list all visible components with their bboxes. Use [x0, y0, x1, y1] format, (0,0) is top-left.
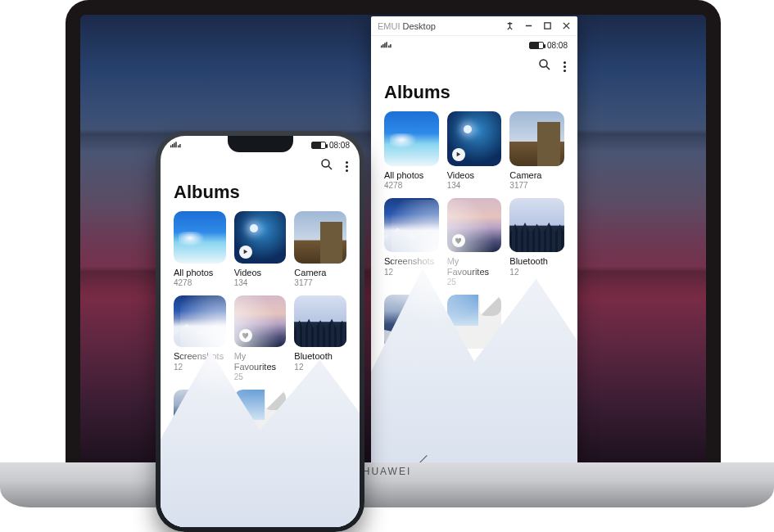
battery-icon	[311, 142, 326, 149]
page-title: Albums	[161, 178, 360, 211]
page-title: Albums	[371, 79, 577, 111]
album-thumb[interactable]	[447, 111, 502, 166]
album-label: Camera	[509, 170, 564, 180]
album-thumb[interactable]	[294, 211, 346, 264]
album-item[interactable]: All photos4278	[174, 211, 226, 287]
album-item[interactable]: Videos134	[447, 111, 502, 190]
top-actions	[371, 54, 577, 79]
album-count: 4278	[174, 278, 226, 287]
album-item[interactable]: Camera3177	[509, 111, 564, 190]
clock: 08:08	[547, 41, 568, 50]
svg-rect-0	[545, 23, 550, 29]
emui-desktop-window: EMUI Desktop 08:08	[371, 16, 577, 473]
album-thumb[interactable]	[509, 198, 564, 253]
pin-icon[interactable]	[505, 21, 514, 30]
album-label: Camera	[294, 268, 346, 277]
album-item[interactable]: Camera3177	[294, 211, 346, 287]
minimize-button[interactable]	[524, 21, 533, 30]
album-thumb[interactable]	[234, 211, 287, 264]
album-label: Bluetooth	[294, 351, 346, 361]
play-badge-icon	[452, 148, 465, 161]
album-count: 134	[234, 278, 287, 287]
svg-point-1	[540, 60, 547, 67]
signal-icon	[170, 140, 182, 150]
album-count: 4278	[384, 181, 439, 190]
search-icon[interactable]	[319, 157, 334, 175]
clock: 08:08	[329, 141, 350, 150]
album-label: All photos	[174, 268, 226, 277]
content-scroll: All photos4278Videos134Camera3177Screens…	[371, 111, 577, 411]
svg-point-8	[322, 160, 329, 167]
content-scroll: All photos4278Videos134Camera3177Screens…	[161, 211, 360, 488]
stage: EMUI Desktop 08:08	[0, 0, 774, 532]
top-actions	[161, 154, 360, 178]
album-thumb[interactable]	[509, 111, 564, 166]
album-count: 3177	[294, 278, 346, 287]
album-label: Bluetooth	[509, 256, 564, 266]
album-item[interactable]: Videos134	[234, 211, 287, 287]
battery-icon	[529, 42, 544, 49]
more-icon[interactable]	[564, 61, 566, 72]
laptop-base: HUAWEI	[0, 462, 774, 507]
album-thumb[interactable]	[294, 295, 346, 348]
maximize-button[interactable]	[543, 21, 552, 30]
phone-notch	[228, 136, 293, 152]
more-icon[interactable]	[346, 161, 348, 172]
album-thumb[interactable]	[174, 211, 226, 264]
search-icon[interactable]	[537, 57, 552, 75]
album-label: Videos	[234, 268, 287, 277]
emui-title: EMUI Desktop	[378, 21, 436, 31]
emui-titlebar: EMUI Desktop	[371, 16, 577, 36]
album-label: All photos	[384, 170, 439, 180]
close-button[interactable]	[562, 21, 571, 30]
phone-screen: 08:08 Albums All photos4278Videos134Came…	[161, 136, 360, 527]
album-count: 12	[509, 268, 564, 277]
laptop-brand: HUAWEI	[363, 466, 412, 477]
album-count: 3177	[509, 181, 564, 190]
album-item[interactable]: All photos4278	[384, 111, 439, 190]
emui-app-name: EMUI	[378, 21, 401, 31]
album-label: Videos	[447, 170, 502, 180]
album-item[interactable]: Bluetooth12	[509, 198, 564, 286]
phone-frame: 08:08 Albums All photos4278Videos134Came…	[156, 131, 364, 532]
emui-title-text: Desktop	[403, 21, 436, 31]
album-count: 134	[447, 181, 502, 190]
status-bar: 08:08	[371, 36, 577, 54]
album-thumb[interactable]	[384, 111, 439, 166]
signal-icon	[381, 40, 392, 50]
play-badge-icon	[239, 246, 252, 259]
